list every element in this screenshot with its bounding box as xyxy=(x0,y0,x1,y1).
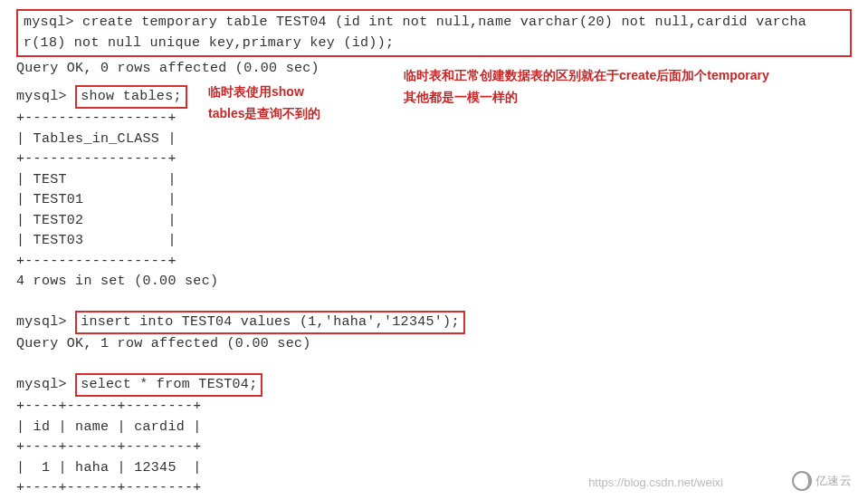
show-tables-result: 4 rows in set (0.00 sec) xyxy=(16,272,852,293)
table-row: | TEST02 | xyxy=(16,211,852,232)
show-tables-box: show tables; xyxy=(75,85,187,110)
table-border-bottom: +-----------------+ xyxy=(16,252,852,273)
result-border-bottom: +----+------+--------+ xyxy=(16,478,852,499)
table-header: | Tables_in_CLASS | xyxy=(16,130,852,150)
table-border-mid: +-----------------+ xyxy=(16,149,852,170)
table-row: | TEST01 | xyxy=(16,190,852,211)
insert-result: Query OK, 1 row affected (0.00 sec) xyxy=(16,334,852,355)
select-box: select * from TEST04; xyxy=(75,373,262,398)
create-line-2: r(18) not null unique key,primary key (i… xyxy=(24,34,844,54)
cloud-logo-icon xyxy=(792,471,812,491)
annotation-right: 临时表和正常创建数据表的区别就在于create后面加个temporary 其他都… xyxy=(404,65,769,109)
result-header: | id | name | cardid | xyxy=(16,418,852,438)
table-border-top: +-----------------+ xyxy=(16,109,852,130)
watermark-brand: 亿速云 xyxy=(792,471,853,491)
create-line-1: mysql> create temporary table TEST04 (id… xyxy=(24,13,844,34)
result-row: | 1 | haha | 12345 | xyxy=(16,458,852,479)
result-border-top: +----+------+--------+ xyxy=(16,397,852,418)
watermark-csdn: https://blog.csdn.net/weixi xyxy=(588,474,723,492)
create-statement-box: mysql> create temporary table TEST04 (id… xyxy=(16,9,852,57)
table-row: | TEST | xyxy=(16,170,852,191)
select-line: mysql> select * from TEST04; xyxy=(16,373,852,398)
table-row: | TEST03 | xyxy=(16,231,852,252)
result-border-mid: +----+------+--------+ xyxy=(16,438,852,458)
insert-line: mysql> insert into TEST04 values (1,'hah… xyxy=(16,311,852,335)
insert-box: insert into TEST04 values (1,'haha','123… xyxy=(75,311,465,335)
annotation-left: 临时表使用show tables是查询不到的 xyxy=(208,82,320,125)
